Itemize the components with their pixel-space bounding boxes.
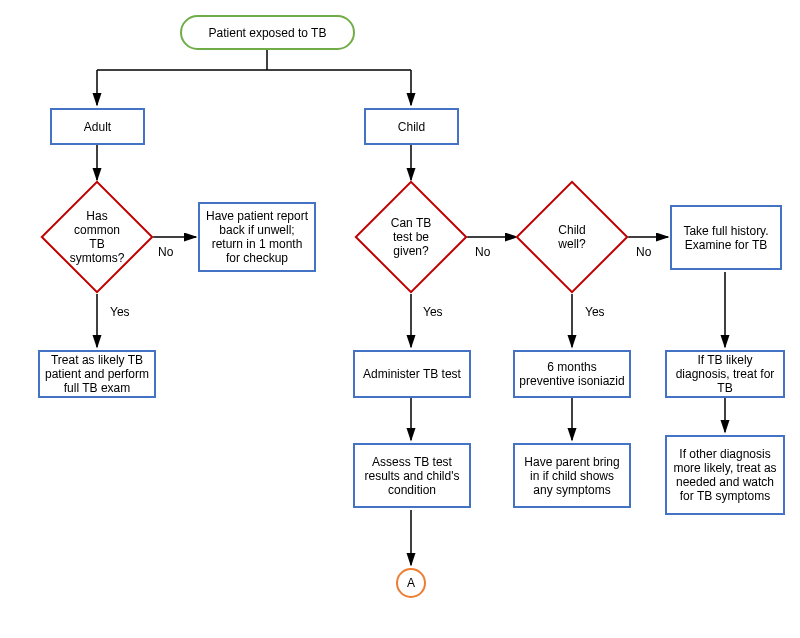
report-back-node: Have patient report back if unwell; retu… [198, 202, 316, 272]
assess-label: Assess TB test results and child's condi… [359, 455, 465, 497]
treat-adult-label: Treat as likely TB patient and perform f… [44, 353, 150, 395]
assess-node: Assess TB test results and child's condi… [353, 443, 471, 508]
isoniazid-label: 6 months preventive isoniazid [519, 360, 625, 388]
child-well-label: Child well? [550, 223, 594, 251]
other-diag-node: If other diagnosis more likely, treat as… [665, 435, 785, 515]
connector-a: A [396, 568, 426, 598]
parent-bring-label: Have parent bring in if child shows any … [519, 455, 625, 497]
administer-node: Administer TB test [353, 350, 471, 398]
flowchart-canvas: Patient exposed to TB Adult Child Has co… [0, 0, 800, 638]
child-well-decision: Child well? [532, 197, 612, 277]
start-label: Patient exposed to TB [209, 26, 327, 40]
other-diag-label: If other diagnosis more likely, treat as… [671, 447, 779, 503]
child-node: Child [364, 108, 459, 145]
can-test-label: Can TB test be given? [383, 216, 439, 258]
adult-label: Adult [84, 120, 111, 134]
edge-no-1: No [158, 245, 173, 259]
isoniazid-node: 6 months preventive isoniazid [513, 350, 631, 398]
has-symptoms-label: Has common TB symtoms? [67, 209, 127, 265]
edge-no-2: No [475, 245, 490, 259]
edge-yes-3: Yes [585, 305, 605, 319]
arrow-layer [0, 0, 800, 638]
connector-a-label: A [407, 576, 415, 590]
administer-label: Administer TB test [363, 367, 461, 381]
can-test-decision: Can TB test be given? [371, 197, 451, 277]
has-symptoms-decision: Has common TB symtoms? [57, 197, 137, 277]
treat-tb-label: If TB likely diagnosis, treat for TB [671, 353, 779, 395]
adult-node: Adult [50, 108, 145, 145]
parent-bring-node: Have parent bring in if child shows any … [513, 443, 631, 508]
edge-yes-1: Yes [110, 305, 130, 319]
full-history-node: Take full history. Examine for TB [670, 205, 782, 270]
full-history-label: Take full history. Examine for TB [676, 224, 776, 252]
report-back-label: Have patient report back if unwell; retu… [204, 209, 310, 265]
start-node: Patient exposed to TB [180, 15, 355, 50]
treat-tb-node: If TB likely diagnosis, treat for TB [665, 350, 785, 398]
edge-no-3: No [636, 245, 651, 259]
child-label: Child [398, 120, 425, 134]
treat-adult-node: Treat as likely TB patient and perform f… [38, 350, 156, 398]
edge-yes-2: Yes [423, 305, 443, 319]
